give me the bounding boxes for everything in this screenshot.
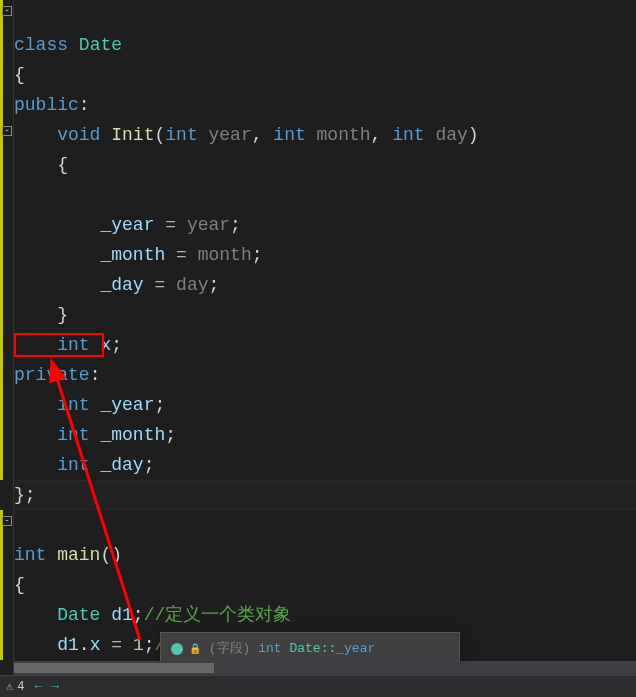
scrollbar-thumb[interactable] bbox=[14, 663, 214, 673]
nav-back-icon[interactable]: ← bbox=[34, 680, 41, 694]
param-year: year bbox=[209, 125, 252, 145]
editor-gutter: - - - bbox=[0, 0, 14, 697]
tooltip-name: _year bbox=[336, 641, 375, 656]
brace: }; bbox=[14, 485, 36, 505]
fold-icon[interactable]: - bbox=[2, 516, 12, 526]
type-int: int bbox=[392, 125, 424, 145]
type-int: int bbox=[57, 455, 89, 475]
change-marker bbox=[0, 510, 3, 660]
var-d1: d1 bbox=[57, 635, 79, 655]
member-month: _month bbox=[100, 245, 165, 265]
type-int: int bbox=[273, 125, 305, 145]
type-int: int bbox=[57, 425, 89, 445]
warning-count[interactable]: 4 bbox=[17, 680, 24, 694]
type-int: int bbox=[14, 545, 46, 565]
fold-icon[interactable]: - bbox=[2, 126, 12, 136]
tooltip-type: int bbox=[258, 641, 281, 656]
lock-icon: 🔒 bbox=[189, 640, 201, 660]
number-1: 1 bbox=[133, 635, 144, 655]
member-x: x bbox=[90, 635, 101, 655]
nav-forward-icon[interactable]: → bbox=[52, 680, 59, 694]
member-year: _year bbox=[100, 395, 154, 415]
var-year: year bbox=[187, 215, 230, 235]
var-d1: d1 bbox=[111, 605, 133, 625]
member-day: _day bbox=[100, 275, 143, 295]
brace: { bbox=[57, 155, 68, 175]
brace: { bbox=[14, 65, 25, 85]
member-year: _year bbox=[100, 215, 154, 235]
tooltip-scope: Date:: bbox=[289, 641, 336, 656]
type-int: int bbox=[165, 125, 197, 145]
field-icon bbox=[171, 643, 183, 655]
var-day: day bbox=[176, 275, 208, 295]
horizontal-scrollbar[interactable] bbox=[14, 661, 636, 675]
highlight-private-box bbox=[14, 333, 104, 357]
fold-icon[interactable]: - bbox=[2, 6, 12, 16]
param-month: month bbox=[317, 125, 371, 145]
funcname-main: main bbox=[57, 545, 100, 565]
brace: { bbox=[14, 575, 25, 595]
keyword-class: class bbox=[14, 35, 68, 55]
classname-date: Date bbox=[79, 35, 122, 55]
code-editor[interactable]: class Date { public: void Init(int year,… bbox=[14, 0, 636, 697]
keyword-public: public bbox=[14, 95, 79, 115]
member-month: _month bbox=[100, 425, 165, 445]
change-marker bbox=[0, 0, 3, 480]
comment: //定义一个类对象 bbox=[144, 605, 292, 625]
param-day: day bbox=[435, 125, 467, 145]
keyword-void: void bbox=[57, 125, 100, 145]
status-bar: ⚠ 4 ← → bbox=[0, 675, 636, 697]
warning-icon[interactable]: ⚠ bbox=[6, 679, 13, 694]
funcname-init: Init bbox=[111, 125, 154, 145]
member-day: _day bbox=[100, 455, 143, 475]
tooltip-field-label: (字段) bbox=[209, 641, 251, 656]
var-month: month bbox=[198, 245, 252, 265]
keyword-private: private bbox=[14, 365, 90, 385]
type-int: int bbox=[57, 395, 89, 415]
classname-date: Date bbox=[57, 605, 100, 625]
brace: } bbox=[57, 305, 68, 325]
